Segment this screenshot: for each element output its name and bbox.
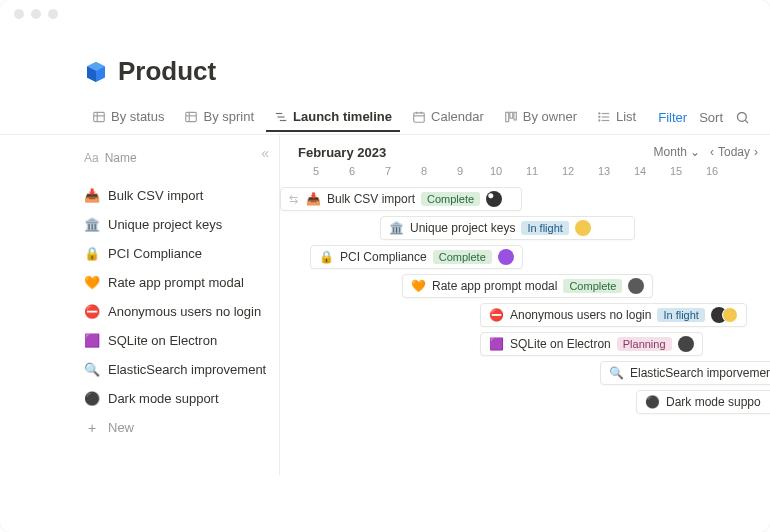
timeline-bar[interactable]: ⛔Anonymous users no loginIn flight xyxy=(480,303,747,327)
timeline-bar[interactable]: 🔍ElasticSearch imporvement xyxy=(600,361,770,385)
window-titlebar xyxy=(0,0,770,28)
traffic-light-minimize[interactable] xyxy=(31,9,41,19)
list-icon xyxy=(597,110,611,124)
bar-label: PCI Compliance xyxy=(340,250,427,264)
new-item-button[interactable]: +New xyxy=(0,413,279,442)
status-badge: Complete xyxy=(433,250,492,264)
svg-line-23 xyxy=(745,120,748,123)
text-property-icon: Aa xyxy=(84,151,99,165)
sidebar-item[interactable]: 🧡Rate app prompt modal xyxy=(0,268,279,297)
tab-by-sprint[interactable]: By sprint xyxy=(176,103,262,132)
chevron-right-icon: › xyxy=(754,145,758,159)
sidebar-item[interactable]: 📥Bulk CSV import xyxy=(0,181,279,210)
day-label: 16 xyxy=(694,165,730,177)
svg-point-22 xyxy=(738,113,747,122)
table-icon xyxy=(184,110,198,124)
collapse-sidebar-icon[interactable]: « xyxy=(261,145,269,161)
svg-rect-15 xyxy=(514,112,516,120)
item-emoji-icon: 🏛️ xyxy=(84,217,100,232)
granularity-label: Month xyxy=(654,145,687,159)
item-label: PCI Compliance xyxy=(108,246,202,261)
timeline-bar[interactable]: 🏛️Unique project keysIn flight xyxy=(380,216,635,240)
bar-emoji-icon: 🟪 xyxy=(489,337,504,351)
timeline-lane: 🏛️Unique project keysIn flight xyxy=(280,214,770,243)
svg-rect-9 xyxy=(414,112,425,121)
day-label: 15 xyxy=(658,165,694,177)
timeline-lane: 🧡Rate app prompt modalComplete xyxy=(280,272,770,301)
granularity-select[interactable]: Month ⌄ xyxy=(654,145,700,159)
day-label: 12 xyxy=(550,165,586,177)
tab-calendar[interactable]: Calendar xyxy=(404,103,492,132)
svg-rect-3 xyxy=(186,112,197,121)
item-label: ElasticSearch improvement xyxy=(108,362,266,377)
drag-handle-icon[interactable]: ⇆ xyxy=(289,193,298,206)
bar-emoji-icon: 🔒 xyxy=(319,250,334,264)
timeline-lane: 🔍ElasticSearch imporvement xyxy=(280,359,770,388)
view-tabs-row: By statusBy sprintLaunch timelineCalenda… xyxy=(0,101,770,135)
view-tools: Filter Sort xyxy=(658,110,750,125)
package-icon xyxy=(84,60,108,84)
svg-point-21 xyxy=(599,119,600,120)
timeline-bar[interactable]: ⇆📥Bulk CSV importComplete xyxy=(280,187,522,211)
sidebar-item[interactable]: 🟪SQLite on Electron xyxy=(0,326,279,355)
bar-label: SQLite on Electron xyxy=(510,337,611,351)
today-nav[interactable]: ‹ Today › xyxy=(710,145,758,159)
assignee-avatar[interactable] xyxy=(628,278,644,294)
sidebar-item[interactable]: ⚫Dark mode support xyxy=(0,384,279,413)
chevron-down-icon: ⌄ xyxy=(690,145,700,159)
bar-emoji-icon: 🏛️ xyxy=(389,221,404,235)
bar-label: Anonymous users no login xyxy=(510,308,651,322)
filter-button[interactable]: Filter xyxy=(658,110,687,125)
tab-by-status[interactable]: By status xyxy=(84,103,172,132)
sidebar-item[interactable]: 🔒PCI Compliance xyxy=(0,239,279,268)
item-label: Bulk CSV import xyxy=(108,188,203,203)
item-label: Dark mode support xyxy=(108,391,219,406)
item-emoji-icon: 🔍 xyxy=(84,362,100,377)
tab-list[interactable]: List xyxy=(589,103,644,132)
assignee-avatar[interactable] xyxy=(678,336,694,352)
day-label: 14 xyxy=(622,165,658,177)
timeline-lane: 🔒PCI ComplianceComplete xyxy=(280,243,770,272)
bar-label: Rate app prompt modal xyxy=(432,279,557,293)
assignee-avatars[interactable] xyxy=(711,307,738,323)
day-label: 8 xyxy=(406,165,442,177)
bar-label: ElasticSearch imporvement xyxy=(630,366,770,380)
tab-label: By sprint xyxy=(203,109,254,124)
status-badge: In flight xyxy=(521,221,568,235)
day-label: 10 xyxy=(478,165,514,177)
assignee-avatar[interactable] xyxy=(486,191,502,207)
timeline-bar[interactable]: ⚫Dark mode suppo xyxy=(636,390,770,414)
plus-icon: + xyxy=(84,420,100,436)
sort-button[interactable]: Sort xyxy=(699,110,723,125)
tab-launch-timeline[interactable]: Launch timeline xyxy=(266,103,400,132)
timeline-bar[interactable]: 🧡Rate app prompt modalComplete xyxy=(402,274,653,298)
timeline-bar[interactable]: 🟪SQLite on ElectronPlanning xyxy=(480,332,703,356)
timeline-lane: ⛔Anonymous users no loginIn flight xyxy=(280,301,770,330)
tab-by-owner[interactable]: By owner xyxy=(496,103,585,132)
sidebar-item[interactable]: ⛔Anonymous users no login xyxy=(0,297,279,326)
svg-point-20 xyxy=(599,116,600,117)
sidebar-item[interactable]: 🔍ElasticSearch improvement xyxy=(0,355,279,384)
bar-emoji-icon: 🔍 xyxy=(609,366,624,380)
item-label: SQLite on Electron xyxy=(108,333,217,348)
day-label: 7 xyxy=(370,165,406,177)
svg-rect-14 xyxy=(510,112,513,118)
assignee-avatar[interactable] xyxy=(498,249,514,265)
page-content: Product By statusBy sprintLaunch timelin… xyxy=(0,28,770,475)
sidebar-item[interactable]: 🏛️Unique project keys xyxy=(0,210,279,239)
assignee-avatar[interactable] xyxy=(575,220,591,236)
day-label: 9 xyxy=(442,165,478,177)
column-name-label: Name xyxy=(105,151,137,165)
timeline-month-label: February 2023 xyxy=(298,145,386,160)
board-icon xyxy=(504,110,518,124)
status-badge: Complete xyxy=(421,192,480,206)
search-icon[interactable] xyxy=(735,110,750,125)
timeline-bar[interactable]: 🔒PCI ComplianceComplete xyxy=(310,245,523,269)
bar-label: Bulk CSV import xyxy=(327,192,415,206)
timeline-header: February 2023 Month ⌄ ‹ Today › xyxy=(280,135,770,163)
day-label: 11 xyxy=(514,165,550,177)
traffic-light-zoom[interactable] xyxy=(48,9,58,19)
traffic-light-close[interactable] xyxy=(14,9,24,19)
new-label: New xyxy=(108,420,134,435)
chevron-left-icon: ‹ xyxy=(710,145,714,159)
